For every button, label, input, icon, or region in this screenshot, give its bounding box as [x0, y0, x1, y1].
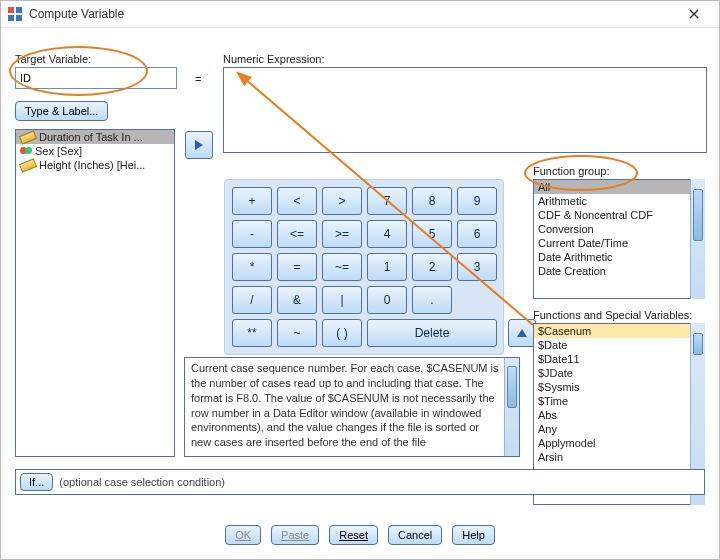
keypad-button[interactable]: & — [277, 286, 317, 314]
numeric-expression-input[interactable] — [223, 67, 707, 153]
keypad-button[interactable]: 5 — [412, 220, 452, 248]
keypad-button[interactable]: >= — [322, 220, 362, 248]
keypad-button[interactable]: | — [322, 286, 362, 314]
keypad-button[interactable]: - — [232, 220, 272, 248]
keypad-button[interactable]: ( ) — [322, 319, 362, 347]
list-item[interactable]: Arsin — [534, 450, 704, 464]
variable-label: Height (Inches) [Hei... — [39, 159, 145, 171]
keypad-button[interactable]: > — [322, 187, 362, 215]
app-icon — [7, 6, 23, 22]
keypad-button[interactable]: + — [232, 187, 272, 215]
if-row: If... (optional case selection condition… — [15, 469, 705, 495]
title-bar: Compute Variable — [1, 1, 719, 28]
operator-keypad: +<>789-<=>=456*=~=123/&|0.**~( )Delete — [224, 179, 504, 355]
list-item[interactable]: Arithmetic — [534, 194, 704, 208]
keypad-button[interactable]: ~ — [277, 319, 317, 347]
keypad-button[interactable]: 8 — [412, 187, 452, 215]
keypad-delete-button[interactable]: Delete — [367, 319, 497, 347]
function-group-list[interactable]: AllArithmeticCDF & Noncentral CDFConvers… — [533, 179, 705, 299]
functions-special-label: Functions and Special Variables: — [533, 309, 692, 321]
arrow-right-icon — [192, 138, 206, 152]
if-condition-text: (optional case selection condition) — [59, 476, 225, 488]
list-item[interactable]: Date Arithmetic — [534, 250, 704, 264]
title-text: Compute Variable — [29, 7, 675, 21]
ok-button[interactable]: OK — [225, 525, 261, 545]
scale-icon — [19, 158, 37, 172]
paste-button[interactable]: Paste — [271, 525, 319, 545]
svg-rect-1 — [16, 7, 22, 13]
keypad-button[interactable]: <= — [277, 220, 317, 248]
keypad-button[interactable]: = — [277, 253, 317, 281]
list-item[interactable]: Duration of Task In ... — [16, 130, 174, 144]
list-item[interactable]: CDF & Noncentral CDF — [534, 208, 704, 222]
list-item[interactable]: $Sysmis — [534, 380, 704, 394]
list-item[interactable]: Date Creation — [534, 264, 704, 278]
compute-variable-dialog: Compute Variable Target Variable: = Nume… — [0, 0, 720, 560]
list-item[interactable]: $Date11 — [534, 352, 704, 366]
keypad-button[interactable]: . — [412, 286, 452, 314]
list-item[interactable]: Height (Inches) [Hei... — [16, 158, 174, 172]
variables-list[interactable]: Duration of Task In ... Sex [Sex] Height… — [15, 129, 175, 457]
variable-label: Sex [Sex] — [35, 145, 82, 157]
dialog-buttons: OK Paste Reset Cancel Help — [9, 525, 711, 545]
keypad-button[interactable]: ** — [232, 319, 272, 347]
keypad-button[interactable]: 4 — [367, 220, 407, 248]
list-item[interactable]: Current Date/Time — [534, 236, 704, 250]
keypad-button[interactable]: * — [232, 253, 272, 281]
keypad-button[interactable]: 9 — [457, 187, 497, 215]
svg-rect-0 — [8, 7, 14, 13]
scrollbar[interactable] — [690, 179, 705, 299]
scrollbar[interactable] — [504, 358, 519, 456]
arrow-up-icon — [515, 326, 529, 340]
insert-function-button[interactable] — [508, 319, 536, 347]
list-item[interactable]: Any — [534, 422, 704, 436]
function-group-label: Function group: — [533, 165, 609, 177]
keypad-button[interactable]: < — [277, 187, 317, 215]
type-and-label-button[interactable]: Type & Label... — [15, 101, 108, 121]
list-item[interactable]: All — [534, 180, 704, 194]
scale-icon — [19, 130, 37, 144]
list-item[interactable]: Sex [Sex] — [16, 144, 174, 158]
list-item[interactable]: Conversion — [534, 222, 704, 236]
keypad-button[interactable]: 1 — [367, 253, 407, 281]
list-item[interactable]: $Casenum — [534, 324, 704, 338]
keypad-button[interactable]: 2 — [412, 253, 452, 281]
equals-sign: = — [195, 73, 201, 85]
target-variable-input[interactable] — [15, 67, 177, 89]
nominal-icon — [20, 145, 32, 157]
list-item[interactable]: Abs — [534, 408, 704, 422]
reset-button[interactable]: Reset — [329, 525, 378, 545]
if-button[interactable]: If... — [20, 473, 53, 491]
cancel-button[interactable]: Cancel — [388, 525, 442, 545]
function-description: Current case sequence number. For each c… — [184, 357, 520, 457]
keypad-button[interactable]: 3 — [457, 253, 497, 281]
numeric-expression-label: Numeric Expression: — [223, 53, 324, 65]
svg-rect-2 — [8, 15, 14, 21]
keypad-button[interactable]: ~= — [322, 253, 362, 281]
keypad-button[interactable]: / — [232, 286, 272, 314]
list-item[interactable]: $Date — [534, 338, 704, 352]
list-item[interactable]: $JDate — [534, 366, 704, 380]
description-text: Current case sequence number. For each c… — [191, 362, 499, 448]
keypad-button[interactable]: 0 — [367, 286, 407, 314]
help-button[interactable]: Help — [452, 525, 495, 545]
dialog-content: Target Variable: = Numeric Expression: T… — [9, 31, 711, 551]
list-item[interactable]: Applymodel — [534, 436, 704, 450]
keypad-button[interactable]: 6 — [457, 220, 497, 248]
keypad-button[interactable]: 7 — [367, 187, 407, 215]
variable-label: Duration of Task In ... — [39, 131, 143, 143]
list-item[interactable]: $Time — [534, 394, 704, 408]
svg-rect-3 — [16, 15, 22, 21]
target-variable-label: Target Variable: — [15, 53, 91, 65]
close-button[interactable] — [675, 3, 713, 25]
move-to-expression-button[interactable] — [185, 131, 213, 159]
